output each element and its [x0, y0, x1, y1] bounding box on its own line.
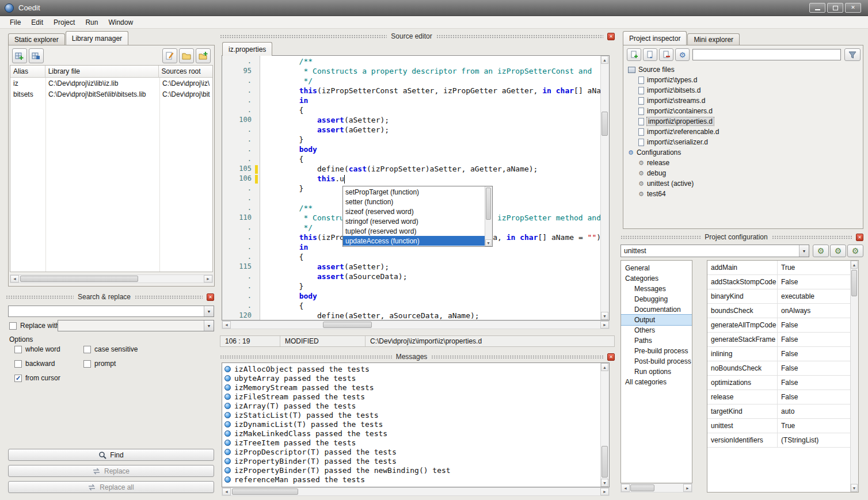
menu-item-file[interactable]: File [5, 16, 26, 28]
tree-node-config[interactable]: ⚙debug [623, 168, 862, 178]
menu-item-edit[interactable]: Edit [26, 16, 48, 28]
clone-configuration-button[interactable]: ⚙ [830, 245, 846, 257]
option-backward[interactable]: backward [14, 360, 83, 368]
messages-hscrollbar[interactable]: ◄ ► [222, 487, 610, 496]
inspector-filter-input[interactable] [692, 49, 841, 60]
code-line[interactable]: { [261, 253, 600, 262]
scroll-thumb[interactable] [20, 276, 138, 282]
category-item[interactable]: Pre-build process [621, 346, 692, 356]
code-line[interactable]: define(cast(izPropSetter)aSetter, aGette… [261, 165, 600, 174]
editor-hscrollbar[interactable]: ◄ ► [222, 320, 610, 329]
tree-node-file[interactable]: import\iz\bitsets.d [623, 85, 862, 96]
code-line[interactable]: { [261, 301, 600, 311]
scroll-right-icon[interactable]: ► [204, 275, 212, 283]
category-item[interactable]: Output [621, 315, 692, 325]
message-row[interactable]: ubyteArray passed the tests [222, 373, 600, 383]
tree-node-source-files[interactable]: Source files [623, 64, 862, 75]
scroll-thumb[interactable] [630, 484, 654, 491]
close-editor-button[interactable]: ✕ [607, 33, 615, 40]
property-row[interactable]: versionIdentifiers (TStringList) [707, 433, 850, 448]
message-row[interactable]: izTreeItem passed the tests [222, 438, 600, 447]
category-general[interactable]: General [621, 263, 692, 273]
code-line[interactable]: define(aSetter, aSourceData, aName); [261, 311, 600, 320]
category-item[interactable]: Others [621, 325, 692, 335]
add-library-button[interactable] [12, 48, 27, 63]
maximize-button[interactable] [827, 3, 843, 13]
dropdown-icon[interactable]: ▼ [204, 320, 214, 331]
edit-library-button[interactable] [162, 48, 177, 63]
scroll-up-icon[interactable]: ▲ [601, 363, 608, 371]
scroll-thumb[interactable] [601, 112, 608, 136]
message-row[interactable]: izFileStream passed the tests [222, 392, 600, 401]
close-messages-button[interactable]: ✕ [607, 353, 615, 361]
inspector-tools-button[interactable]: ⚙ [675, 48, 690, 61]
close-window-button[interactable]: ✕ [845, 3, 861, 13]
code-line[interactable]: { [261, 155, 600, 165]
new-source-button[interactable] [627, 48, 641, 61]
tree-node-configurations[interactable]: ⚙Configurations [623, 147, 862, 158]
code-line[interactable]: assert(aSetter); [261, 262, 600, 272]
code-line[interactable]: /** [261, 57, 600, 67]
scroll-down-icon[interactable]: ▼ [601, 479, 608, 487]
replace-button[interactable]: Replace [8, 465, 214, 477]
property-row[interactable]: generateAllTmpCode False [707, 318, 850, 333]
menu-item-run[interactable]: Run [80, 16, 103, 28]
property-row[interactable]: targetKind auto [707, 404, 850, 419]
scroll-down-icon[interactable]: ▼ [601, 312, 608, 320]
message-row[interactable]: izArray(T) passed the tests [222, 401, 600, 410]
column-header-sources-root[interactable]: Sources root [159, 66, 212, 77]
save-libraries-button[interactable] [29, 48, 44, 63]
tab-library-manager[interactable]: Library manager [66, 31, 128, 45]
scroll-left-icon[interactable]: ◄ [222, 321, 231, 329]
scroll-right-icon[interactable]: ► [683, 484, 692, 492]
dropdown-icon[interactable]: ▼ [799, 245, 809, 257]
message-row[interactable]: izPropertyBinder(T) passed the tests [222, 456, 600, 465]
code-line[interactable]: assert(aSourceData); [261, 272, 600, 282]
completion-item[interactable]: setter (function) [343, 197, 485, 207]
completion-item[interactable]: tupleof (reserved word) [343, 226, 485, 236]
find-button[interactable]: Find [8, 449, 214, 461]
scroll-left-icon[interactable]: ◄ [10, 275, 19, 283]
library-row[interactable]: bitsets C:\Dev\dproj\bitSet\lib\bitsets.… [10, 89, 212, 100]
code-line[interactable]: assert(aSetter); [261, 116, 600, 125]
code-line[interactable]: { [261, 106, 600, 116]
property-row[interactable]: release False [707, 390, 850, 404]
tree-node-config[interactable]: ⚙release [623, 158, 862, 168]
source-editor[interactable]: .95....100....105106...110....115....120… [222, 55, 610, 320]
replace-with-option[interactable]: Replace with [9, 322, 60, 330]
scroll-up-icon[interactable]: ▲ [601, 56, 608, 64]
category-item[interactable]: Post-build process [621, 356, 692, 367]
category-item[interactable]: Paths [621, 335, 692, 346]
code-line[interactable]: this.u [261, 174, 600, 184]
menu-item-window[interactable]: Window [103, 16, 138, 28]
tree-node-config[interactable]: ⚙unittest (active) [623, 178, 862, 189]
editor-vscrollbar[interactable]: ▲ ▼ [600, 56, 609, 320]
code-line[interactable]: body [261, 292, 600, 301]
menu-item-project[interactable]: Project [48, 16, 80, 28]
scroll-left-icon[interactable]: ◄ [621, 484, 630, 492]
tree-node-file[interactable]: import\iz\containers.d [623, 106, 862, 116]
add-configuration-button[interactable]: ⚙ [813, 245, 829, 257]
open-folder-button[interactable] [179, 48, 194, 63]
tab-mini-explorer[interactable]: Mini explorer [687, 33, 740, 45]
code-line[interactable]: assert(aGetter); [261, 125, 600, 135]
code-line[interactable]: } [261, 282, 600, 292]
tree-node-file[interactable]: import\iz\streams.d [623, 96, 862, 106]
property-row[interactable]: unittest True [707, 419, 850, 433]
propgrid-vscrollbar[interactable]: ▲ ▼ [850, 261, 858, 492]
dropdown-icon[interactable]: ▼ [204, 306, 214, 316]
category-item[interactable]: Run options [621, 367, 692, 377]
tree-node-config[interactable]: ⚙test64 [623, 189, 862, 199]
replace-all-button[interactable]: Replace all [8, 481, 214, 493]
property-row[interactable]: addStackStompCode False [707, 275, 850, 289]
categories-hscrollbar[interactable]: ◄ ► [620, 483, 692, 493]
property-row[interactable]: binaryKind executable [707, 289, 850, 304]
scroll-thumb[interactable] [486, 188, 491, 220]
message-row[interactable]: izMakeLinkedClass passed the tests [222, 429, 600, 438]
option-case-sensitive[interactable]: case sensitive [83, 345, 204, 353]
search-input[interactable] [9, 306, 204, 316]
message-row[interactable]: izAllocObject passed the tests [222, 364, 600, 373]
scroll-thumb[interactable] [601, 446, 608, 478]
property-row[interactable]: generateStackFrame False [707, 333, 850, 347]
replace-combobox[interactable]: ▼ [58, 320, 214, 331]
